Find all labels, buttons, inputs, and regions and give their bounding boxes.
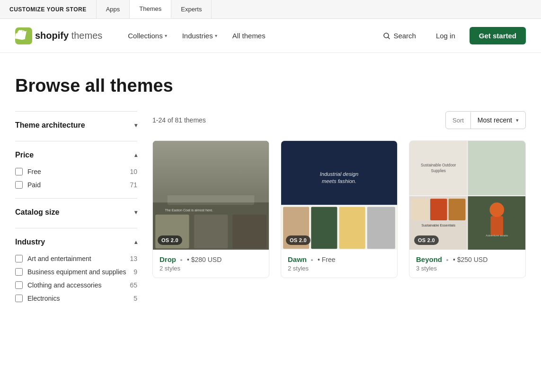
filter-business-checkbox[interactable] xyxy=(15,268,23,276)
filter-catalog-size: Catalog size ▾ xyxy=(15,198,137,228)
theme-badge-dawn: OS 2.0 xyxy=(286,235,310,245)
filter-catalog-size-label: Catalog size xyxy=(15,208,59,217)
page-title: Browse all themes xyxy=(15,76,526,96)
svg-text:Adventure awaits: Adventure awaits xyxy=(486,234,508,237)
sort-dropdown-button[interactable]: Most recent ▾ xyxy=(471,112,525,129)
theme-image-beyond: Sustainable Outdoor Supplies Sustainable… xyxy=(409,141,525,250)
filter-business-label: Business equipment and supplies xyxy=(27,268,129,276)
theme-badge-drop: OS 2.0 xyxy=(158,235,182,245)
theme-card-dawn[interactable]: Industrial design meets fashion. OS 2.0 … xyxy=(281,140,398,278)
chevron-down-icon: ▾ xyxy=(516,117,519,123)
top-nav-experts[interactable]: Experts xyxy=(171,0,212,18)
search-icon xyxy=(383,32,390,40)
svg-rect-25 xyxy=(430,199,447,220)
filter-theme-architecture: Theme architecture ▾ xyxy=(15,111,137,141)
sidebar-filters: Theme architecture ▾ Price ▴ Free 10 Pai… xyxy=(15,111,137,312)
filter-electronics-label: Electronics xyxy=(27,295,129,302)
filter-industry-header[interactable]: Industry ▴ xyxy=(15,238,137,248)
theme-styles-beyond: 3 styles xyxy=(416,265,519,272)
top-nav-apps[interactable]: Apps xyxy=(97,0,130,18)
filter-art-count: 13 xyxy=(130,255,137,262)
theme-info-drop: Drop • $280 USD 2 styles xyxy=(153,250,269,278)
sort-control[interactable]: Sort Most recent ▾ xyxy=(445,111,526,129)
theme-grid: 15 : 05 : 40 : 05 The Easton Coat is alm… xyxy=(152,140,526,278)
theme-name-dawn[interactable]: Dawn xyxy=(288,255,307,263)
filter-free[interactable]: Free 10 xyxy=(15,168,137,175)
chevron-down-icon: ▾ xyxy=(134,209,137,216)
svg-rect-24 xyxy=(412,199,429,220)
filter-clothing-label: Clothing and accessories xyxy=(27,281,125,289)
filter-paid-label: Paid xyxy=(27,181,125,189)
theme-info-beyond: Beyond • $250 USD 3 styles xyxy=(409,250,525,278)
main-nav: shopify themes Collections ▾ Industries … xyxy=(0,19,541,53)
filter-business-count: 9 xyxy=(133,268,137,276)
filter-clothing[interactable]: Clothing and accessories 65 xyxy=(15,281,137,289)
theme-image-dawn: Industrial design meets fashion. OS 2.0 xyxy=(281,141,397,250)
top-nav-themes[interactable]: Themes xyxy=(130,0,171,18)
svg-rect-22 xyxy=(468,141,525,195)
search-button[interactable]: Search xyxy=(377,28,422,44)
chevron-up-icon: ▴ xyxy=(134,152,137,158)
svg-text:Supplies: Supplies xyxy=(431,169,446,173)
theme-styles-dawn: 2 styles xyxy=(288,265,390,272)
svg-rect-18 xyxy=(367,207,395,249)
filter-electronics[interactable]: Electronics 5 xyxy=(15,295,137,302)
filter-price-header[interactable]: Price ▴ xyxy=(15,151,137,161)
filter-free-checkbox[interactable] xyxy=(15,168,23,175)
svg-text:15 : 05 : 40 : 05: 15 : 05 : 40 : 05 xyxy=(183,188,238,197)
nav-collections[interactable]: Collections ▾ xyxy=(121,28,173,44)
theme-price-beyond: • $250 USD xyxy=(453,256,488,263)
logo[interactable]: shopify themes xyxy=(15,27,102,44)
filter-clothing-checkbox[interactable] xyxy=(15,281,23,289)
theme-styles-drop: 2 styles xyxy=(160,265,262,272)
dawn-preview: Industrial design meets fashion. xyxy=(281,141,397,250)
svg-text:meets fashion.: meets fashion. xyxy=(322,178,356,184)
filter-art-checkbox[interactable] xyxy=(15,255,23,262)
login-button[interactable]: Log in xyxy=(429,28,462,44)
nav-links: Collections ▾ Industries ▾ All themes xyxy=(121,28,377,44)
filter-business[interactable]: Business equipment and supplies 9 xyxy=(15,268,137,276)
filter-industry-label: Industry xyxy=(15,238,45,246)
chevron-down-icon: ▾ xyxy=(165,33,167,38)
theme-price-drop: • $280 USD xyxy=(187,256,222,263)
main-content: 1-24 of 81 themes Sort Most recent ▾ xyxy=(152,111,526,312)
sort-value: Most recent xyxy=(478,116,512,124)
get-started-button[interactable]: Get started xyxy=(470,27,526,44)
nav-industries[interactable]: Industries ▾ xyxy=(176,28,224,44)
filter-electronics-checkbox[interactable] xyxy=(15,295,23,302)
results-toolbar: 1-24 of 81 themes Sort Most recent ▾ xyxy=(152,111,526,129)
nav-right: Search Log in Get started xyxy=(377,27,526,44)
top-nav: CUSTOMIZE YOUR STORE Apps Themes Experts xyxy=(0,0,541,19)
filter-catalog-size-header[interactable]: Catalog size ▾ xyxy=(15,208,137,218)
filter-price: Price ▴ Free 10 Paid 71 xyxy=(15,141,137,198)
content-area: Theme architecture ▾ Price ▴ Free 10 Pai… xyxy=(0,111,541,331)
filter-theme-architecture-label: Theme architecture xyxy=(15,121,85,130)
svg-rect-9 xyxy=(232,215,266,248)
filter-art[interactable]: Art and entertainment 13 xyxy=(15,255,137,262)
beyond-preview: Sustainable Outdoor Supplies Sustainable… xyxy=(409,141,525,250)
svg-rect-26 xyxy=(449,199,466,220)
price-options: Free 10 Paid 71 xyxy=(15,168,137,189)
svg-text:The Easton Coat is almost here: The Easton Coat is almost here. xyxy=(165,209,213,212)
chevron-down-icon: ▾ xyxy=(215,33,217,38)
filter-electronics-count: 5 xyxy=(133,295,137,302)
svg-point-29 xyxy=(489,202,504,217)
top-nav-customize[interactable]: CUSTOMIZE YOUR STORE xyxy=(0,0,97,18)
filter-paid-checkbox[interactable] xyxy=(15,181,23,189)
svg-rect-19 xyxy=(409,141,467,195)
svg-rect-5 xyxy=(168,181,255,205)
logo-subtext: themes xyxy=(71,30,103,41)
logo-text: shopify themes xyxy=(35,30,102,41)
theme-card-beyond[interactable]: Sustainable Outdoor Supplies Sustainable… xyxy=(409,140,526,278)
svg-text:Sustainable Essentials: Sustainable Essentials xyxy=(421,224,455,227)
svg-text:Industrial design: Industrial design xyxy=(320,171,359,177)
svg-rect-16 xyxy=(311,207,337,249)
filter-theme-architecture-header[interactable]: Theme architecture ▾ xyxy=(15,121,137,131)
filter-clothing-count: 65 xyxy=(130,281,137,289)
filter-price-label: Price xyxy=(15,151,34,159)
theme-name-drop[interactable]: Drop xyxy=(160,255,176,263)
nav-all-themes[interactable]: All themes xyxy=(226,28,272,44)
theme-name-beyond[interactable]: Beyond xyxy=(416,255,442,263)
theme-card-drop[interactable]: 15 : 05 : 40 : 05 The Easton Coat is alm… xyxy=(152,140,269,278)
filter-paid[interactable]: Paid 71 xyxy=(15,181,137,189)
